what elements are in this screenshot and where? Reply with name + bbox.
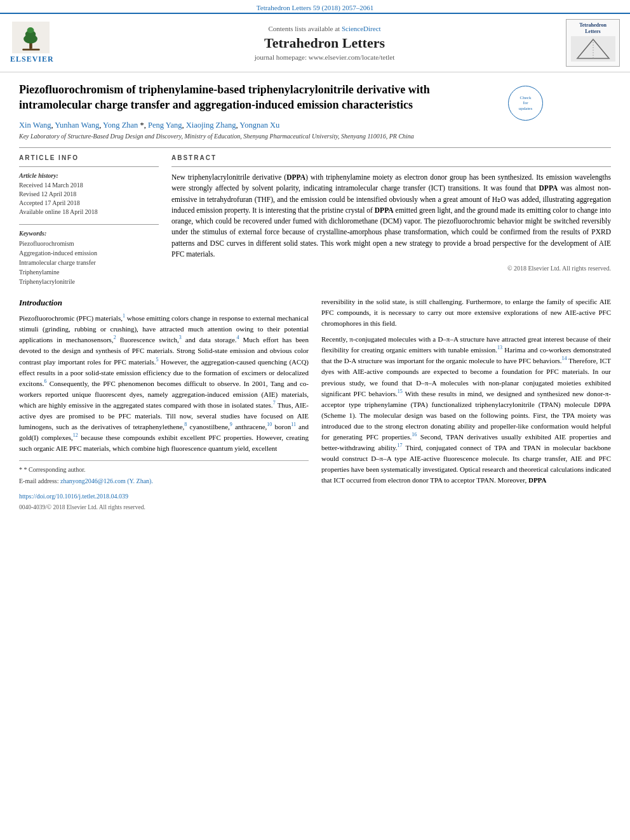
accepted-date: Accepted 17 April 2018 [19,199,159,208]
title-row: Piezofluorochromism of triphenylamine-ba… [19,83,611,121]
keyword-5: Triphenylacrylonitrile [19,277,159,286]
ref-17: 17 [398,443,403,448]
elsevier-tree-icon [10,22,51,53]
revised-date: Revised 12 April 2018 [19,190,159,199]
abstract-text: New triphenylacrylonitrile derivative (D… [171,172,611,260]
corresponding-label: * Corresponding author. [24,466,86,473]
contents-label: Contents lists available at [268,25,340,32]
abstract-label: ABSTRACT [171,154,611,161]
author-yunhan-wang: Yunhan Wang [55,121,99,130]
history-label: Article history: [19,172,159,179]
keyword-4: Triphenylamine [19,267,159,277]
article-info-label: ARTICLE INFO [19,154,159,161]
authors-line: Xin Wang, Yunhan Wang, Yong Zhan *, Peng… [19,121,611,130]
article-history: Article history: Received 14 March 2018 … [19,172,159,217]
dppa-bold-3: DPPA [375,206,394,214]
journal-reference: Tetrahedron Letters 59 (2018) 2057–2061 [257,4,373,11]
footnote-email: E-mail address: zhanyong2046@126.com (Y.… [19,476,309,486]
issn-line: 0040-4039/© 2018 Elsevier Ltd. All right… [19,503,309,512]
elsevier-name: ELSEVIER [10,55,54,64]
check-updates-label: Checkforupdates [519,95,532,111]
info-abstract-cols: ARTICLE INFO Article history: Received 1… [19,154,611,286]
author-xiaojing-zhang: Xiaojing Zhang [186,121,236,130]
check-for-updates-badge: Checkforupdates [508,86,543,121]
ref-14: 14 [562,356,567,362]
ref-16: 16 [412,432,417,437]
divider3 [19,224,159,225]
body-col-left: Introduction Piezofluorochromic (PFC) ma… [19,297,309,512]
author-yong-zhan: Yong Zhan [103,121,138,130]
journal-header-center: Contents lists available at ScienceDirec… [86,25,563,61]
ref-3: 3 [179,335,182,341]
elsevier-logo: ELSEVIER [10,22,86,64]
tetrahedron-image-icon [571,36,615,62]
affiliation: Key Laboratory of Structure-Based Drug D… [19,133,611,140]
body-two-col: Introduction Piezofluorochromic (PFC) ma… [19,297,611,512]
footnote-corresponding: * * Corresponding author. [19,465,309,475]
article-content: Piezofluorochromism of triphenylamine-ba… [0,72,630,523]
email-address[interactable]: zhanyong2046@126.com (Y. Zhan). [60,477,153,484]
ref-8: 8 [184,422,187,427]
body-section: Introduction Piezofluorochromic (PFC) ma… [19,297,611,512]
article-info-col: ARTICLE INFO Article history: Received 1… [19,154,159,286]
svg-rect-5 [22,49,39,51]
page-wrapper: Tetrahedron Letters 59 (2018) 2057–2061 [0,0,630,840]
intro-para-1: Piezofluorochromic (PFC) materials,1 who… [19,313,309,454]
author-yongnan-xu: Yongnan Xu [239,121,279,130]
keyword-1: Piezofluorochromism [19,239,159,248]
dppa-bold-1: DPPA [286,173,305,181]
ref-13: 13 [497,345,502,351]
keywords-section: Keywords: Piezofluorochromism Aggregatio… [19,230,159,286]
journal-logo-box: TetrahedronLetters [566,19,620,67]
received-date: Received 14 March 2018 [19,181,159,190]
ref-15: 15 [398,389,403,394]
logo-image [571,36,615,62]
ref-5: 5 [156,357,159,363]
journal-homepage: journal homepage: www.elsevier.com/locat… [86,53,563,61]
dppa-bold-2: DPPA [539,184,558,192]
author-peng-yang: Peng Yang [148,121,182,130]
journal-logo-box-area: TetrahedronLetters [563,19,620,67]
ref-2: 2 [114,335,116,341]
ref-10: 10 [267,422,272,427]
article-title: Piezofluorochromism of triphenylamine-ba… [19,83,502,112]
divider2 [19,166,159,167]
ref-6: 6 [44,378,46,384]
dppa-bold-body: DPPA [528,476,547,484]
ref-12: 12 [73,432,78,438]
email-label: E-mail address: [19,477,58,484]
ref-7: 7 [273,400,276,406]
introduction-heading: Introduction [19,297,309,309]
ref-11: 11 [291,422,296,427]
keywords-label: Keywords: [19,230,159,237]
ref-1: 1 [123,314,125,319]
ref-9: 9 [230,422,232,427]
author-xin-wang: Xin Wang [19,121,51,130]
doi-section: https://doi.org/10.1016/j.tetlet.2018.04… [19,491,309,512]
body-col-right: reversibility in the solid state, is sti… [321,297,611,512]
keyword-3: Intramolecular charge transfer [19,258,159,267]
svg-point-4 [27,27,34,33]
abstract-col: ABSTRACT New triphenylacrylonitrile deri… [171,154,611,286]
available-date: Available online 18 April 2018 [19,208,159,217]
divider [19,147,611,148]
journal-title: Tetrahedron Letters [86,35,563,51]
doi-link[interactable]: https://doi.org/10.1016/j.tetlet.2018.04… [19,491,309,502]
intro-para-2: reversibility in the solid state, is sti… [321,297,611,329]
logo-box-title: TetrahedronLetters [569,22,617,34]
elsevier-logo-area: ELSEVIER [10,22,86,64]
divider4 [171,166,611,167]
footnote-star: * [19,466,24,473]
keyword-2: Aggregation-induced emission [19,248,159,258]
intro-para-3: Recently, π-conjugated molecules with a … [321,334,611,486]
sciencedirect-link[interactable]: ScienceDirect [342,25,381,32]
ref-4: 4 [237,335,239,341]
footnote-section: * * Corresponding author. E-mail address… [19,460,309,486]
copyright-line: © 2018 Elsevier Ltd. All rights reserved… [171,265,611,272]
journal-header: ELSEVIER Contents lists available at Sci… [0,13,630,72]
sciencedirect-line: Contents lists available at ScienceDirec… [86,25,563,32]
top-bar: Tetrahedron Letters 59 (2018) 2057–2061 [0,0,630,13]
